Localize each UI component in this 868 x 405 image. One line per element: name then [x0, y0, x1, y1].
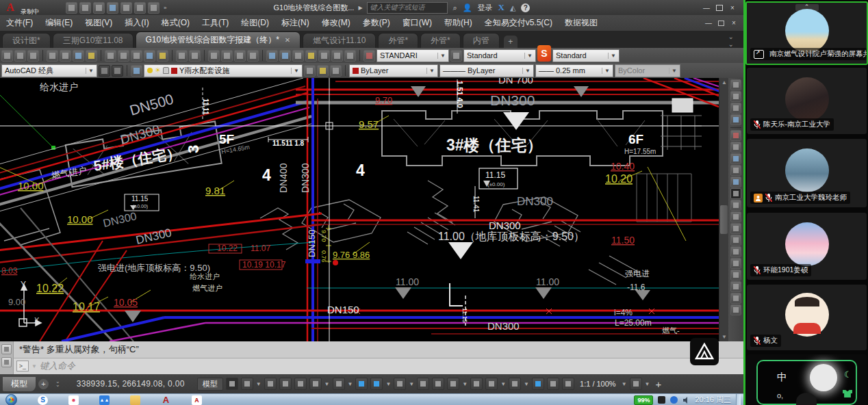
app-restore-button[interactable]: [716, 5, 723, 11]
taskbar-sogou-browser-icon[interactable]: S: [38, 395, 48, 405]
tb-zoom-realtime-icon[interactable]: [221, 50, 233, 62]
start-button[interactable]: [5, 394, 17, 405]
menu-item-dimension[interactable]: 标注(N): [275, 15, 316, 31]
grid-icon[interactable]: [226, 378, 238, 390]
color-combo[interactable]: ByLayer▼: [349, 64, 438, 77]
layer-on-icon[interactable]: [147, 68, 153, 73]
file-tab-waiguan-2[interactable]: 外管*: [420, 33, 461, 48]
modify-explode-icon[interactable]: [730, 304, 741, 315]
participant-tile[interactable]: 陈天乐-南京工业大学: [747, 68, 867, 134]
search-input[interactable]: 键入关键字或短语: [367, 2, 448, 14]
file-tab-active-g10-pipeline[interactable]: G10地块管线综合图数字报建（终）* ✕: [136, 31, 301, 48]
doc-close-button[interactable]: ×: [730, 20, 738, 27]
tb-designcenter-icon[interactable]: [279, 50, 291, 62]
infer-constraints-icon[interactable]: [264, 378, 277, 390]
modify-trim-icon[interactable]: [730, 235, 741, 246]
polar-tracking-icon[interactable]: [309, 378, 322, 390]
menu-item-draw[interactable]: 绘图(D): [235, 15, 275, 31]
taskbar-folder-icon[interactable]: [130, 395, 140, 405]
tab-close-icon[interactable]: ✕: [285, 36, 290, 44]
text-style-combo[interactable]: STANDARI▼: [376, 49, 449, 62]
tool-showmotion-icon[interactable]: [730, 91, 741, 102]
tb-3dprint-icon[interactable]: [86, 50, 97, 62]
modify-move-icon[interactable]: [730, 188, 741, 199]
menu-item-window[interactable]: 窗口(W): [396, 15, 438, 31]
modify-offset-icon[interactable]: [730, 165, 741, 176]
tb-cut-icon[interactable]: [105, 50, 116, 62]
dim-style-icon[interactable]: [450, 50, 462, 62]
participant-tile-sharer[interactable]: ⌃ 南京燃气设计院卢菊强的屏幕共享: [745, 1, 868, 65]
menu-item-dataview[interactable]: 数据视图: [559, 15, 604, 31]
linetype-combo[interactable]: ———ByLayer▼: [439, 64, 534, 77]
layer-unisolate-icon[interactable]: [330, 65, 342, 77]
modelspace-button[interactable]: 模型: [197, 378, 223, 391]
dim-style-combo[interactable]: Standard▼: [463, 49, 536, 62]
tray-ime-badge[interactable]: 99%: [634, 395, 653, 405]
tb-help-icon[interactable]: [344, 50, 356, 62]
workspace-combo[interactable]: AutoCAD 经典▼: [1, 64, 97, 77]
tb-publish-icon[interactable]: [73, 50, 84, 62]
menu-item-file[interactable]: 文件(F): [0, 15, 39, 31]
qat-new-icon[interactable]: [66, 2, 77, 14]
participant-tile-video[interactable]: 中 ☾ o,: [747, 354, 867, 405]
tb-quickcalc-icon[interactable]: [331, 50, 343, 62]
doc-restore-button[interactable]: [718, 21, 724, 26]
tool-steeringwheel-icon[interactable]: [730, 79, 741, 90]
annotation-scale-value[interactable]: 1:1 / 100%: [580, 380, 616, 388]
tb-zoom-window-icon[interactable]: [234, 50, 246, 62]
statusbar-customize-icon[interactable]: +: [655, 378, 661, 390]
tray-clock[interactable]: 20:16 周三: [695, 395, 731, 405]
tb-new-icon[interactable]: [1, 50, 13, 62]
lineweight-display-icon[interactable]: [394, 378, 406, 390]
modify-join-icon[interactable]: [730, 270, 741, 280]
qat-undo-icon[interactable]: [134, 2, 146, 14]
tb-plot-icon[interactable]: [47, 50, 58, 62]
table-style-combo[interactable]: Standard▼: [552, 49, 620, 62]
workspace-settings-icon[interactable]: [99, 65, 110, 77]
app-minimize-button[interactable]: —: [702, 4, 711, 11]
sogou-ime-icon[interactable]: S: [537, 45, 551, 62]
layer-properties-icon[interactable]: [112, 65, 123, 77]
taskbar-photos-icon[interactable]: ▲▲: [99, 395, 110, 405]
modify-array-icon[interactable]: [730, 177, 741, 187]
scroll-thumb[interactable]: [720, 205, 728, 234]
modify-fillet-icon[interactable]: [730, 293, 741, 304]
file-tab-neiguan[interactable]: 内管: [463, 33, 500, 48]
menu-item-modify[interactable]: 修改(M): [316, 15, 357, 31]
tb-open-icon[interactable]: [14, 50, 26, 62]
menu-item-view[interactable]: 视图(V): [79, 15, 118, 31]
participant-tile[interactable]: 南京工业大学魏玲老师: [747, 139, 867, 207]
dynamic-input-icon[interactable]: [279, 378, 292, 390]
modify-stretch-icon[interactable]: [730, 223, 741, 234]
search-binoculars-icon[interactable]: ⌕: [453, 3, 457, 12]
tab-overflow-icon[interactable]: ⌄⌄: [728, 33, 734, 48]
qat-open-icon[interactable]: [79, 2, 91, 14]
file-tab-sanqi-g10[interactable]: 三期G10室11.08: [53, 33, 133, 48]
ducs-icon[interactable]: [370, 378, 383, 390]
modify-erase-icon[interactable]: [730, 130, 741, 141]
menu-item-parametric[interactable]: 参数(P): [357, 15, 396, 31]
comm-center-icon[interactable]: ◭: [510, 3, 515, 12]
3d-osnap-icon[interactable]: [447, 378, 459, 390]
menu-item-tools[interactable]: 工具(T): [196, 15, 235, 31]
scroll-up-icon[interactable]: ▲: [719, 78, 729, 87]
menu-item-edit[interactable]: 编辑(E): [39, 15, 79, 31]
units-icon[interactable]: [509, 378, 521, 390]
taskbar-adobe-icon[interactable]: ᴀ: [192, 395, 202, 405]
scroll-down-icon[interactable]: ▼: [719, 332, 729, 341]
qat-saveas-icon[interactable]: [107, 2, 118, 14]
modify-scale-icon[interactable]: [730, 211, 741, 222]
tray-app-icon[interactable]: [658, 396, 665, 404]
drawing-vscrollbar[interactable]: ▲ ▼: [719, 78, 729, 341]
tb-save-icon[interactable]: [27, 50, 39, 62]
transparency-icon[interactable]: [417, 378, 429, 390]
layer-isolate-icon[interactable]: [317, 65, 329, 77]
app-close-button[interactable]: ×: [728, 4, 737, 11]
otrack-icon[interactable]: [355, 378, 368, 390]
tb-properties-icon[interactable]: [266, 50, 278, 62]
tool-viewport-icon[interactable]: [730, 103, 741, 114]
modify-break-icon[interactable]: [730, 258, 741, 269]
annotation-visibility-icon[interactable]: [532, 378, 544, 390]
layer-lock-icon[interactable]: [163, 67, 169, 74]
login-button[interactable]: 登录: [477, 3, 492, 13]
